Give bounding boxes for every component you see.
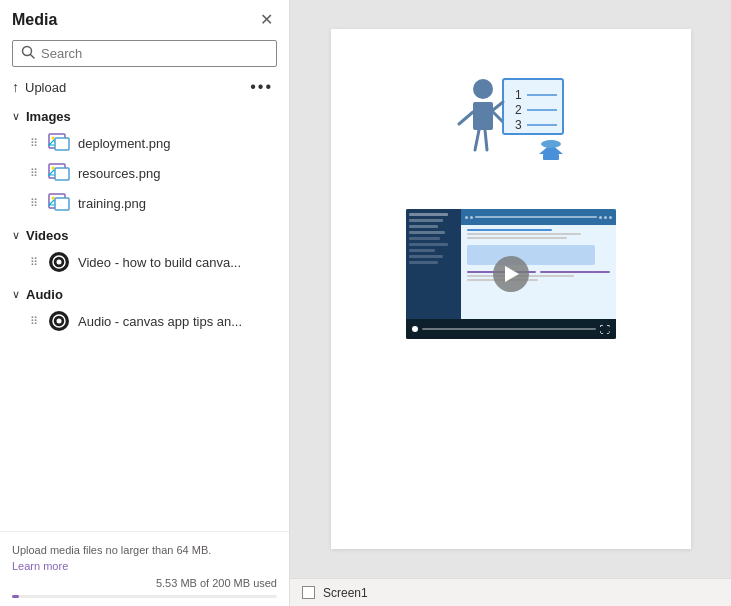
audio-list: ⠿ Audio - canvas app tips an...: [0, 306, 289, 340]
drag-handle-icon: ⠿: [30, 197, 38, 210]
app-container: Media ✕ ↑ Upload ••• ∨ Images: [0, 0, 731, 606]
expand-icon: ⛶: [600, 324, 610, 335]
video-main-sim: [461, 209, 616, 319]
drag-handle-icon: ⠿: [30, 167, 38, 180]
screen-label: Screen1: [323, 586, 368, 600]
training-illustration: 1 2 3: [431, 59, 591, 189]
video-progress-dot: [412, 326, 418, 332]
svg-rect-34: [543, 154, 559, 160]
screen-checkbox[interactable]: [302, 586, 315, 599]
images-section-label: Images: [26, 109, 71, 124]
drag-handle-icon: ⠿: [30, 315, 38, 328]
file-name: Video - how to build canva...: [78, 255, 241, 270]
sidebar-footer: Upload media files no larger than 64 MB.…: [0, 531, 289, 607]
sidebar: Media ✕ ↑ Upload ••• ∨ Images: [0, 0, 290, 606]
audio-chevron-icon: ∨: [12, 288, 20, 301]
file-name: resources.png: [78, 166, 160, 181]
close-button[interactable]: ✕: [256, 10, 277, 30]
video-play-button[interactable]: [493, 256, 529, 292]
storage-progress-bar-track: [12, 595, 277, 598]
drag-handle-icon: ⠿: [30, 137, 38, 150]
upload-button[interactable]: ↑ Upload: [12, 79, 66, 95]
file-name: deployment.png: [78, 136, 171, 151]
svg-rect-21: [473, 102, 493, 130]
svg-point-19: [57, 319, 62, 324]
svg-point-4: [52, 137, 55, 140]
videos-list: ⠿ Video - how to build canva...: [0, 247, 289, 281]
upload-arrow-icon: ↑: [12, 79, 19, 95]
list-item[interactable]: ⠿ deployment.png: [0, 128, 289, 158]
storage-progress-bar-fill: [12, 595, 19, 598]
svg-point-12: [52, 197, 55, 200]
svg-text:1: 1: [515, 88, 522, 102]
svg-line-25: [485, 130, 487, 150]
videos-chevron-icon: ∨: [12, 229, 20, 242]
images-list: ⠿ deployment.png ⠿: [0, 128, 289, 222]
svg-line-36: [493, 102, 503, 110]
videos-section-label: Videos: [26, 228, 68, 243]
svg-point-35: [541, 140, 561, 148]
list-item[interactable]: ⠿ resources.png: [0, 158, 289, 188]
footer-info-text: Upload media files no larger than 64 MB.: [12, 542, 277, 559]
storage-size-text: 5.53 MB of 200 MB used: [12, 577, 277, 589]
file-name: training.png: [78, 196, 146, 211]
svg-point-16: [57, 260, 62, 265]
list-item[interactable]: ⠿ training.png: [0, 188, 289, 218]
video-progress-track: [422, 328, 596, 330]
audio-section-label: Audio: [26, 287, 63, 302]
svg-line-1: [31, 55, 35, 59]
search-box: [12, 40, 277, 67]
sidebar-title: Media: [12, 11, 57, 29]
list-item[interactable]: ⠿ Video - how to build canva...: [0, 247, 289, 277]
videos-section-header[interactable]: ∨ Videos: [0, 222, 289, 247]
image-file-icon: [48, 132, 70, 154]
file-name: Audio - canvas app tips an...: [78, 314, 242, 329]
audio-section-header[interactable]: ∨ Audio: [0, 281, 289, 306]
video-file-icon: [48, 251, 70, 273]
svg-rect-13: [55, 198, 69, 210]
video-controls: ⛶: [406, 319, 616, 339]
more-options-button[interactable]: •••: [246, 79, 277, 95]
images-chevron-icon: ∨: [12, 110, 20, 123]
search-input[interactable]: [41, 46, 268, 61]
images-section-header[interactable]: ∨ Images: [0, 103, 289, 128]
audio-file-icon: [48, 310, 70, 332]
play-icon: [505, 266, 519, 282]
video-sidebar-sim: [406, 209, 461, 319]
search-icon: [21, 45, 35, 62]
image-file-icon: [48, 162, 70, 184]
svg-point-8: [52, 167, 55, 170]
video-thumbnail[interactable]: ⛶: [406, 209, 616, 339]
svg-text:2: 2: [515, 103, 522, 117]
canvas-area: 1 2 3: [290, 0, 731, 578]
sidebar-header: Media ✕: [0, 0, 289, 36]
svg-rect-9: [55, 168, 69, 180]
image-file-icon: [48, 192, 70, 214]
svg-rect-5: [55, 138, 69, 150]
svg-line-24: [475, 130, 479, 150]
drag-handle-icon: ⠿: [30, 256, 38, 269]
upload-row: ↑ Upload •••: [0, 75, 289, 103]
upload-label: Upload: [25, 80, 66, 95]
svg-text:3: 3: [515, 118, 522, 132]
list-item[interactable]: ⠿ Audio - canvas app tips an...: [0, 306, 289, 336]
learn-more-link[interactable]: Learn more: [12, 560, 68, 572]
main-area: 1 2 3: [290, 0, 731, 606]
svg-line-22: [459, 112, 473, 124]
bottom-bar: Screen1: [290, 578, 731, 606]
canvas-frame: 1 2 3: [331, 29, 691, 549]
svg-line-23: [493, 112, 503, 122]
svg-point-20: [473, 79, 493, 99]
